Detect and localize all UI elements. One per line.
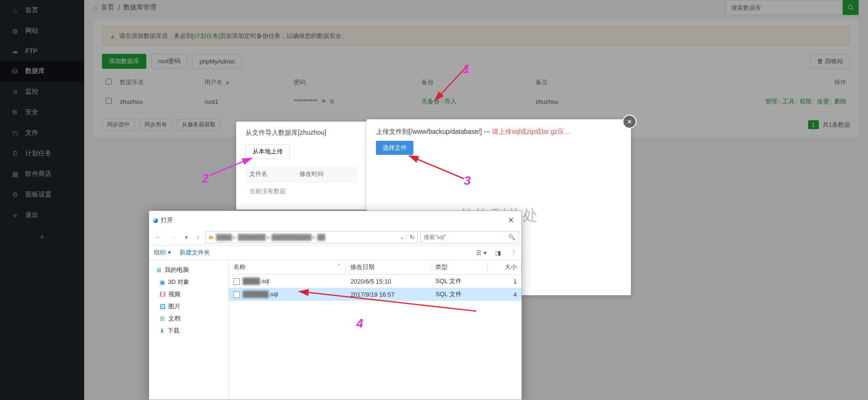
cube-icon: ▣ xyxy=(159,279,165,286)
edge-icon: ◕ xyxy=(153,217,158,224)
close-icon xyxy=(626,118,633,125)
col-name[interactable]: 名称 ˄ xyxy=(229,260,346,275)
side-3d-objects[interactable]: ▣3D 对象 xyxy=(151,276,226,288)
preview-pane-button[interactable]: ◨ xyxy=(495,249,501,256)
import-file-table: 文件名 修改时间 当前没有数据 xyxy=(246,166,358,200)
col-type[interactable]: 类型 xyxy=(431,260,487,275)
col-size[interactable]: 大小 xyxy=(487,260,522,275)
empty-row: 当前没有数据 xyxy=(246,182,358,201)
file-name-blurred: ██████ xyxy=(243,291,268,298)
nav-up-button[interactable]: ↑ xyxy=(194,232,203,243)
win-file-list: 名称 ˄ 修改日期 类型 大小 ████.sql 2020/6/5 15:10 … xyxy=(229,260,521,400)
file-icon xyxy=(233,278,240,285)
path-dropdown-icon[interactable]: ⌄ xyxy=(400,234,405,240)
side-documents[interactable]: 🖹文档 xyxy=(151,313,226,325)
upload-from-local-button[interactable]: 从本地上传 xyxy=(246,144,290,159)
pc-icon: 🖥 xyxy=(156,267,162,274)
folder-icon: 🖿 xyxy=(209,234,214,240)
download-icon: ⬇ xyxy=(159,327,165,335)
file-name-blurred: ████ xyxy=(243,277,260,284)
win-search-input[interactable]: 搜索"sql" 🔍 xyxy=(420,231,519,243)
side-my-computer[interactable]: 🖥我的电脑 xyxy=(151,264,226,276)
picture-icon: 🖼 xyxy=(159,303,166,310)
th-filetime: 修改时间 xyxy=(296,166,358,182)
video-icon: 🎞 xyxy=(159,291,166,298)
document-icon: 🖹 xyxy=(159,315,166,322)
win-toolbar: 组织 ▾ 新建文件夹 ☰ ▾ ◨ ❔ xyxy=(149,245,521,260)
win-side-nav: 🖥我的电脑 ▣3D 对象 🎞视频 🖼图片 🖹文档 ⬇下载 xyxy=(149,260,229,400)
file-icon xyxy=(233,291,240,298)
import-modal: 从文件导入数据库[zhuzhou] 从本地上传 文件名 修改时间 当前没有数据 xyxy=(236,122,367,210)
new-folder-button[interactable]: 新建文件夹 xyxy=(180,248,210,257)
side-pictures[interactable]: 🖼图片 xyxy=(151,300,226,313)
nav-forward-button[interactable]: → xyxy=(167,232,179,243)
select-file-button[interactable]: 选择文件 xyxy=(376,141,413,155)
upload-close-button[interactable] xyxy=(622,115,637,129)
th-filename: 文件名 xyxy=(246,166,296,182)
nav-back-button[interactable]: ← xyxy=(152,232,164,243)
col-date[interactable]: 修改日期 xyxy=(346,260,431,275)
file-row[interactable]: ██████.sql 2017/9/19 16:57 SQL 文件 4 xyxy=(229,288,521,301)
win-titlebar: ◕ 打开 ✕ xyxy=(149,211,521,229)
import-modal-title: 从文件导入数据库[zhuzhou] xyxy=(236,122,367,144)
upload-warning: 请上传sql或zip或tar.gz压... xyxy=(492,128,570,135)
refresh-button[interactable]: ↻ xyxy=(406,234,414,240)
side-videos[interactable]: 🎞视频 xyxy=(151,288,226,300)
upload-modal-title: 上传文件到[/www/backup/database/] --- 请上传sql或… xyxy=(367,119,631,141)
win-title: 打开 xyxy=(161,216,173,225)
organize-button[interactable]: 组织 ▾ xyxy=(154,248,171,257)
win-nav: ← → ▾ ↑ 🖿 ████ ▸ ███████ ▸ ██████████ ▸ … xyxy=(149,229,521,245)
side-downloads[interactable]: ⬇下载 xyxy=(151,325,226,337)
view-mode-button[interactable]: ☰ ▾ xyxy=(476,249,487,256)
search-icon: 🔍 xyxy=(508,234,515,240)
win-close-button[interactable]: ✕ xyxy=(504,214,518,226)
file-row[interactable]: ████.sql 2020/6/5 15:10 SQL 文件 1 xyxy=(229,275,521,288)
path-input[interactable]: 🖿 ████ ▸ ███████ ▸ ██████████ ▸ ██ ⌄ ↻ xyxy=(205,231,418,243)
nav-recent-button[interactable]: ▾ xyxy=(182,232,191,243)
help-button[interactable]: ❔ xyxy=(509,249,517,256)
file-open-dialog: ◕ 打开 ✕ ← → ▾ ↑ 🖿 ████ ▸ ███████ ▸ ██████… xyxy=(149,211,522,400)
path-blurred: ████ ▸ ███████ ▸ ██████████ ▸ ██ xyxy=(216,234,326,240)
win-body: 🖥我的电脑 ▣3D 对象 🎞视频 🖼图片 🖹文档 ⬇下载 名称 ˄ 修改日期 类… xyxy=(149,260,521,400)
